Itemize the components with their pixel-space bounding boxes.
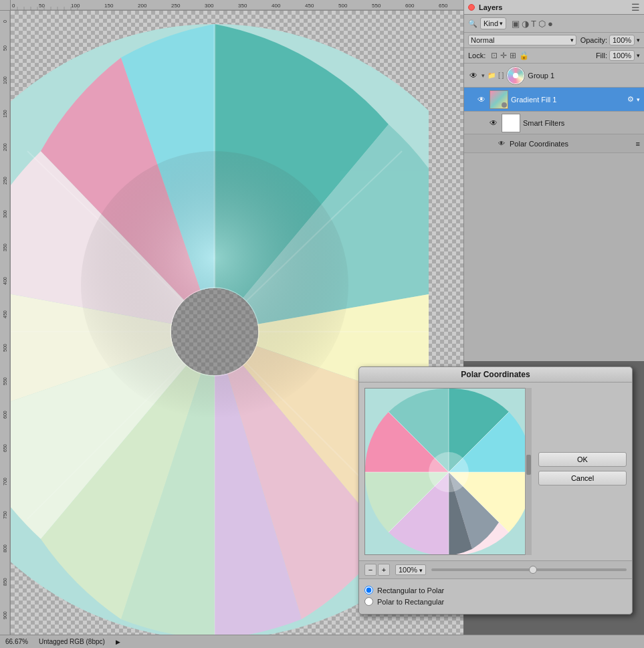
svg-text:200: 200: [138, 3, 147, 9]
fill-value[interactable]: 100%: [609, 50, 635, 61]
lock-pixel-icon[interactable]: ⊡: [491, 51, 498, 60]
rect-to-polar-label[interactable]: Rectangular to Polar: [377, 586, 444, 595]
svg-text:0: 0: [12, 3, 15, 9]
slider-thumb[interactable]: [529, 566, 537, 574]
fill-arrow[interactable]: ▾: [637, 52, 640, 59]
ok-button[interactable]: OK: [538, 452, 627, 467]
zoom-in-button[interactable]: +: [378, 564, 390, 576]
smart-filter-icon[interactable]: ●: [548, 19, 553, 29]
svg-text:50: 50: [3, 45, 7, 51]
rect-to-polar-radio[interactable]: [364, 586, 373, 595]
layers-panel: Layers ☰ 🔍 Kind ▾ ▣ ◑ T ⬡ ● Normal ▾ Opa…: [463, 0, 644, 361]
filter-icons: ▣ ◑ T ⬡ ●: [512, 19, 553, 29]
ruler-horizontal: 0 50 100 150 200 250 300 350 400 450 500…: [11, 0, 463, 11]
layers-menu-icon[interactable]: ☰: [631, 2, 640, 13]
polar-to-rect-label[interactable]: Polar to Rectangular: [377, 598, 444, 606]
opacity-value[interactable]: 100%: [609, 35, 635, 45]
cancel-button[interactable]: Cancel: [538, 471, 627, 485]
pixel-filter-icon[interactable]: ▣: [512, 19, 520, 29]
fill-label: Fill:: [596, 51, 607, 60]
svg-point-66: [171, 288, 258, 375]
smartfilters-thumb: [502, 114, 520, 132]
svg-text:650: 650: [439, 3, 448, 9]
layers-blend-row: Normal ▾ Opacity: 100% ▾: [464, 33, 644, 48]
adjustment-filter-icon[interactable]: ◑: [522, 19, 529, 29]
polar-scroll-thumb[interactable]: [526, 455, 531, 475]
gradient-fill1-label: Gradient Fill 1: [511, 96, 625, 104]
layer-group1[interactable]: 👁 ▾ 📁 [ ] Group 1: [464, 64, 644, 88]
lock-artboard-icon[interactable]: ⊞: [510, 51, 516, 60]
polar-buttons: OK Cancel: [538, 452, 627, 485]
svg-text:100: 100: [3, 76, 7, 84]
svg-text:400: 400: [272, 3, 281, 9]
svg-text:250: 250: [3, 177, 7, 185]
group-folder-icon: 📁: [488, 72, 496, 79]
svg-text:800: 800: [3, 544, 7, 552]
layers-close-button[interactable]: [468, 4, 475, 11]
layer-gradient-fill1[interactable]: 👁 Gradient Fill 1 ⚙ ▾: [464, 88, 644, 112]
polar-zoom-bar: − + 100% ▾: [359, 560, 632, 578]
eye-icon-gradient[interactable]: 👁: [476, 94, 487, 105]
polar-radio-section: Rectangular to Polar Polar to Rectangula…: [359, 578, 632, 614]
opacity-arrow[interactable]: ▾: [637, 37, 640, 43]
layers-search-row: 🔍 Kind ▾ ▣ ◑ T ⬡ ●: [464, 15, 644, 33]
dropdown-arrow: ▾: [500, 20, 503, 27]
rect-to-polar-row: Rectangular to Polar: [364, 586, 627, 595]
svg-text:850: 850: [3, 578, 7, 586]
text-filter-icon[interactable]: T: [531, 19, 536, 29]
status-bar: 66.67% Untagged RGB (8bpc) ▶: [0, 635, 644, 648]
fill-row: Fill: 100% ▾: [596, 50, 640, 61]
polar-preview: [364, 388, 532, 555]
status-arrow[interactable]: ▶: [116, 639, 120, 645]
eye-icon-polar[interactable]: 👁: [496, 138, 507, 149]
opacity-label: Opacity:: [580, 36, 607, 44]
svg-text:350: 350: [3, 243, 7, 251]
blend-dropdown-arrow: ▾: [570, 37, 574, 43]
gradient-settings-icon[interactable]: ⚙: [627, 95, 634, 104]
svg-point-78: [429, 452, 469, 492]
svg-text:550: 550: [372, 3, 381, 9]
polar-scrollbar[interactable]: [525, 388, 532, 555]
smart-filters-label: Smart Filters: [523, 119, 640, 127]
svg-text:200: 200: [3, 143, 7, 151]
svg-text:400: 400: [3, 277, 7, 285]
svg-text:600: 600: [405, 3, 415, 9]
polar-settings-icon[interactable]: ≡: [636, 140, 640, 148]
gradient-arrow: ▾: [637, 96, 640, 103]
svg-text:250: 250: [171, 3, 181, 9]
polar-to-rect-radio[interactable]: [364, 597, 373, 606]
zoom-controls: − +: [364, 564, 390, 576]
polar-preview-wrap: [364, 388, 532, 555]
svg-text:450: 450: [305, 3, 314, 9]
blend-mode-value: Normal: [471, 36, 494, 44]
lock-all-icon[interactable]: 🔒: [519, 51, 529, 60]
zoom-dropdown-arrow[interactable]: ▾: [419, 567, 423, 574]
svg-text:100: 100: [71, 3, 80, 9]
eye-icon-group1[interactable]: 👁: [468, 70, 479, 81]
preview-slider[interactable]: [431, 568, 627, 571]
polar-controls: OK Cancel: [538, 388, 627, 555]
eye-icon-smartfilters[interactable]: 👁: [488, 118, 499, 128]
svg-text:300: 300: [205, 3, 214, 9]
svg-text:350: 350: [238, 3, 247, 9]
lock-label: Lock:: [468, 51, 486, 60]
polar-preview-svg: [365, 389, 532, 555]
zoom-value[interactable]: 100% ▾: [395, 564, 426, 575]
svg-text:450: 450: [3, 310, 7, 318]
lock-position-icon[interactable]: ✛: [500, 51, 507, 60]
svg-text:550: 550: [3, 377, 7, 385]
group1-label: Group 1: [528, 72, 640, 80]
ruler-corner: [0, 0, 11, 11]
svg-text:500: 500: [338, 3, 348, 9]
svg-text:750: 750: [3, 511, 7, 519]
kind-dropdown[interactable]: Kind ▾: [480, 17, 506, 29]
shape-filter-icon[interactable]: ⬡: [538, 19, 546, 29]
layer-smart-filters[interactable]: 👁 Smart Filters: [464, 112, 644, 134]
blend-mode-dropdown[interactable]: Normal ▾: [468, 35, 576, 45]
svg-text:900: 900: [3, 611, 7, 619]
group1-thumb: [506, 66, 525, 85]
layer-polar-coords[interactable]: 👁 Polar Coordinates ≡: [464, 134, 644, 153]
layers-title: Layers: [479, 3, 502, 11]
lock-icons: ⊡ ✛ ⊞ 🔒: [491, 51, 529, 60]
zoom-out-button[interactable]: −: [364, 564, 377, 576]
